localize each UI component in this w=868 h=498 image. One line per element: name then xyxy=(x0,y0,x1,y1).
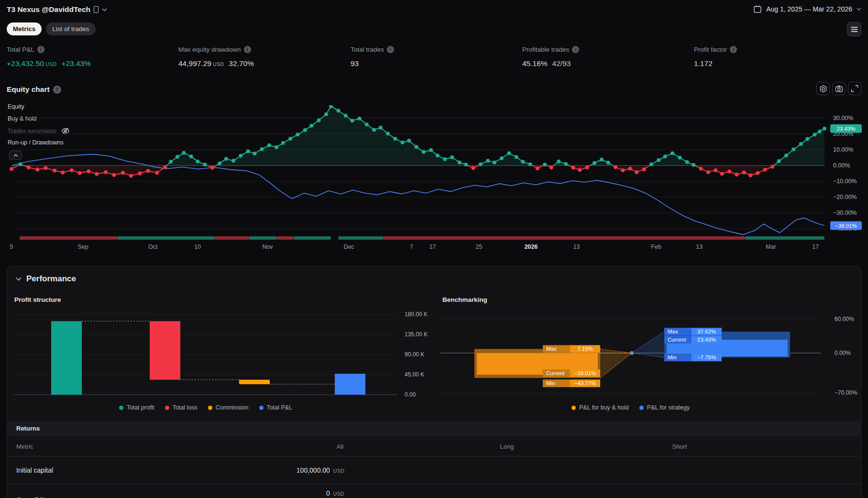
date-range-text: Aug 1, 2025 — Mar 22, 2026 xyxy=(766,5,852,13)
date-range-selector[interactable]: Aug 1, 2025 — Mar 22, 2026 xyxy=(753,5,861,13)
svg-text:7: 7 xyxy=(410,243,413,250)
legend-item: Total loss xyxy=(165,404,198,411)
tab-metrics[interactable]: Metrics xyxy=(7,22,42,35)
svg-text:−20.00%: −20.00% xyxy=(833,194,857,200)
col-short: Short xyxy=(672,443,687,450)
performance-title: Performance xyxy=(26,274,76,284)
calendar-icon xyxy=(753,5,762,13)
legend-dot-icon xyxy=(259,406,264,410)
svg-text:Mar: Mar xyxy=(766,243,776,250)
legend-label: Total profit xyxy=(127,404,154,411)
metric-label: Total trades xyxy=(351,46,384,53)
metric-value: 1.172 xyxy=(694,59,713,68)
svg-text:−38.01%: −38.01% xyxy=(835,223,857,229)
performance-header[interactable]: Performance xyxy=(16,274,76,284)
view-tabs: Metrics List of trades xyxy=(7,22,96,35)
legend-dot-icon xyxy=(119,406,123,410)
col-long: Long xyxy=(500,443,514,450)
svg-text:45.00 K: 45.00 K xyxy=(405,371,424,378)
legend-label: P&L for buy & hold xyxy=(579,404,629,411)
info-icon[interactable]: i xyxy=(572,46,579,53)
svg-text:13: 13 xyxy=(573,243,580,250)
svg-text:30.00%: 30.00% xyxy=(833,115,853,122)
svg-text:−7.75%: −7.75% xyxy=(697,354,716,360)
chart-settings-button[interactable] xyxy=(816,82,830,95)
returns-title: Returns xyxy=(16,425,40,432)
strategy-title[interactable]: T3 Nexus @DaviddTech xyxy=(7,5,107,14)
table-row-initial-capital: Initial capital 100,000.00 USD xyxy=(7,456,861,485)
equity-chart-title: Equity chart xyxy=(7,85,50,94)
fullscreen-icon xyxy=(851,85,858,92)
layout-menu-button[interactable] xyxy=(847,22,861,36)
svg-text:−70.00%: −70.00% xyxy=(835,389,857,396)
legend-dot-icon xyxy=(571,406,576,410)
chart-snapshot-button[interactable] xyxy=(832,82,846,95)
svg-text:Max: Max xyxy=(668,329,678,334)
svg-text:90.00 K: 90.00 K xyxy=(405,351,424,358)
benchmarking-title: Benchmarking xyxy=(442,296,487,303)
svg-text:17: 17 xyxy=(812,243,819,250)
legend-dot-icon xyxy=(165,406,169,410)
svg-text:180.00 K: 180.00 K xyxy=(405,311,428,318)
svg-text:2026: 2026 xyxy=(524,243,538,250)
equity-chart-heading: Equity chart ? xyxy=(7,85,61,94)
svg-text:Current: Current xyxy=(546,370,565,376)
strategy-title-text: T3 Nexus @DaviddTech xyxy=(7,5,90,14)
metric-label: Profitable trades xyxy=(522,46,569,53)
chevron-down-icon xyxy=(857,8,861,11)
svg-text:Current: Current xyxy=(668,337,686,343)
info-icon[interactable]: i xyxy=(37,46,44,53)
settings-icon xyxy=(819,85,827,93)
svg-text:Oct: Oct xyxy=(148,243,158,250)
legend-label: Total loss xyxy=(173,404,198,411)
svg-text:0.00%: 0.00% xyxy=(833,162,850,169)
legend-item: P&L for buy & hold xyxy=(571,404,629,411)
chart-fullscreen-button[interactable] xyxy=(848,82,861,95)
svg-text:−30.00%: −30.00% xyxy=(833,210,857,216)
svg-text:Feb: Feb xyxy=(651,243,661,250)
tab-list-of-trades[interactable]: List of trades xyxy=(46,22,95,35)
benchmarking-chart: 60.00%0.00%−70.00%Max7.15%Current−38.01%… xyxy=(440,310,868,412)
svg-text:37.62%: 37.62% xyxy=(697,329,716,334)
info-icon[interactable]: i xyxy=(730,46,737,53)
svg-text:−43.77%: −43.77% xyxy=(574,380,596,386)
svg-text:13: 13 xyxy=(696,243,703,250)
legend-item: P&L for strategy xyxy=(639,404,690,411)
metric-value: 44,997.29 xyxy=(178,59,211,68)
svg-text:Min: Min xyxy=(668,354,677,360)
info-icon[interactable]: i xyxy=(387,46,394,53)
svg-text:23.43%: 23.43% xyxy=(836,126,855,132)
metric-value: +23,432.50 xyxy=(7,59,44,68)
svg-text:Max: Max xyxy=(546,346,557,352)
camera-icon xyxy=(835,85,843,92)
svg-text:7.15%: 7.15% xyxy=(577,346,593,352)
metric-value: 93 xyxy=(351,59,359,68)
performance-card: Performance Profit structure Benchmarkin… xyxy=(7,266,861,498)
question-icon[interactable]: ? xyxy=(53,86,61,94)
svg-text:−38.01%: −38.01% xyxy=(574,370,596,376)
svg-text:135.00 K: 135.00 K xyxy=(405,331,428,338)
legend-item: Commission xyxy=(208,404,249,411)
svg-text:Min: Min xyxy=(546,380,555,386)
legend-dot-icon xyxy=(639,406,644,410)
profit-structure-chart: 180.00 K135.00 K90.00 K45.00 K0.00 xyxy=(14,310,438,412)
col-all: All xyxy=(337,443,343,450)
info-icon[interactable]: i xyxy=(244,46,251,53)
svg-text:Dec: Dec xyxy=(343,243,354,250)
benchmarking-legend: P&L for buy & holdP&L for strategy xyxy=(440,404,821,411)
legend-item: Total P&L xyxy=(259,404,293,411)
metric-label: Profit factor xyxy=(694,46,727,53)
metric-total-pnl: Total P&Li +23,432.50USD+23.43% xyxy=(7,46,91,68)
profit-structure-legend: Total profitTotal lossCommissionTotal P&… xyxy=(14,404,397,411)
svg-text:17: 17 xyxy=(429,243,436,250)
equity-chart-canvas: 30.00%20.00%10.00%0.00%−10.00%−20.00%−30… xyxy=(7,105,863,255)
svg-text:0.00%: 0.00% xyxy=(835,350,851,356)
svg-text:10: 10 xyxy=(194,243,201,250)
svg-text:−10.00%: −10.00% xyxy=(833,178,857,185)
legend-label: P&L for strategy xyxy=(647,404,690,411)
metric-label: Total P&L xyxy=(7,46,34,53)
svg-text:60.00%: 60.00% xyxy=(835,316,854,322)
legend-label: Total P&L xyxy=(267,404,293,411)
svg-text:23.43%: 23.43% xyxy=(697,337,716,343)
returns-column-header: Metric All Long Short xyxy=(7,436,861,456)
